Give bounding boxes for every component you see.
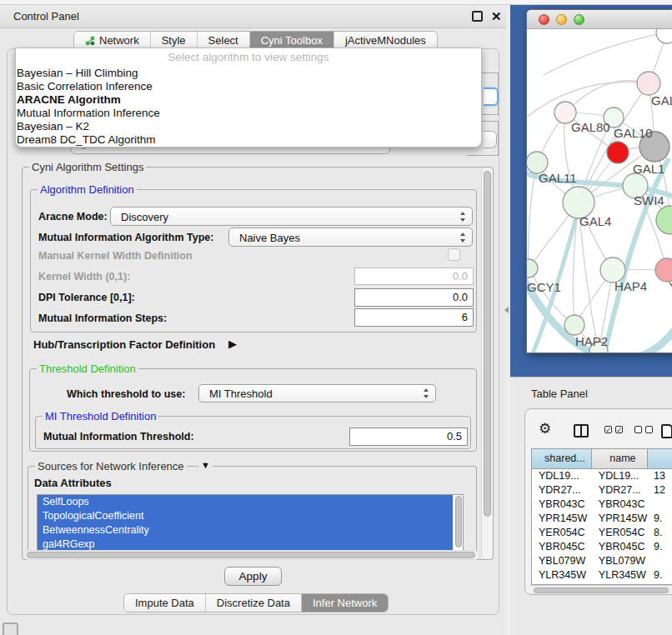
splitter-handle-icon[interactable]: [504, 307, 509, 313]
cell: YDL19...: [532, 469, 592, 483]
cell: YPR145W: [532, 512, 592, 526]
close-traffic-light-icon[interactable]: [539, 14, 549, 25]
node-label: GAL10: [614, 126, 653, 140]
node-gal1-red[interactable]: [607, 142, 629, 163]
control-panel-titlebar: Control Panel ✕: [0, 5, 506, 28]
zoom-traffic-light-icon[interactable]: [574, 14, 584, 25]
unchecked-checkbox-icon[interactable]: [634, 426, 642, 433]
file-icon[interactable]: [661, 424, 672, 438]
network-window[interactable]: GAL GAL80 GAL10 GAL1 GAL11 SWI4 GAL4 GCY…: [526, 9, 672, 353]
tab-impute-data[interactable]: Impute Data: [124, 594, 206, 612]
which-threshold-value: MI Threshold: [209, 388, 273, 400]
dropdown-item[interactable]: Bayesian – Hill Climbing: [16, 67, 481, 80]
tab-label: Network: [99, 34, 139, 47]
dropdown-item[interactable]: Bayesian – K2: [16, 120, 481, 133]
tab-cyni-toolbox[interactable]: Cyni Toolbox: [250, 32, 334, 49]
mi-steps-label: Mutual Information Steps:: [38, 312, 167, 324]
spinner-arrows-icon: [424, 388, 429, 398]
table-hscrollbar[interactable]: [531, 585, 672, 594]
attribute-list-scrollbar-thumb[interactable]: [455, 496, 462, 548]
network-canvas[interactable]: GAL GAL80 GAL10 GAL1 GAL11 SWI4 GAL4 GCY…: [527, 29, 672, 353]
table-row[interactable]: YBR043CYBR043C: [532, 498, 672, 512]
node-hap2[interactable]: [564, 315, 584, 335]
expanded-triangle-icon[interactable]: ▼: [198, 460, 213, 470]
algorithm-combo-focus-fragment[interactable]: [484, 88, 499, 106]
table-row[interactable]: YER054CYER054C8.: [532, 526, 672, 540]
tab-label: Impute Data: [135, 597, 194, 609]
aracne-mode-combobox[interactable]: Discovery: [110, 207, 473, 226]
tab-infer-network[interactable]: Infer Network: [302, 594, 388, 612]
table-row[interactable]: YDR27...YDR27...12: [532, 483, 672, 498]
node-salmon-right[interactable]: [655, 258, 672, 282]
algorithm-dropdown-list: Select algorithm to view settings Bayesi…: [15, 48, 482, 148]
spinner-arrows-icon: [460, 212, 466, 222]
table-row[interactable]: YBR045CYBR045C9.: [532, 540, 672, 554]
checked-checkbox-icon[interactable]: ✓: [604, 426, 612, 433]
minimize-traffic-light-icon[interactable]: [556, 14, 567, 25]
apply-button[interactable]: Apply: [224, 567, 282, 586]
node-unlabeled-top[interactable]: [656, 29, 672, 43]
close-icon[interactable]: ✕: [491, 11, 502, 22]
aracne-mode-label: Aracne Mode:: [38, 211, 108, 222]
dropdown-item[interactable]: Mutual Information Inference: [16, 107, 481, 120]
table-row[interactable]: YBL079WYBL079W: [532, 554, 672, 568]
column-header-shared[interactable]: shared...: [532, 449, 592, 468]
column-header-name[interactable]: name: [592, 449, 648, 468]
node-label: Y: [669, 279, 672, 293]
split-view-icon[interactable]: [574, 424, 589, 438]
bottom-tabbar: Impute Data Discretize Data Infer Networ…: [123, 593, 389, 612]
dropdown-item[interactable]: Dream8 DC_TDC Algorithm: [16, 133, 481, 147]
tab-style[interactable]: Style: [151, 32, 198, 49]
dropdown-placeholder: Select algorithm to view settings: [16, 51, 481, 67]
table-row[interactable]: YDL19...YDL19...13: [532, 469, 672, 483]
settings-group-title: Cyni Algorithm Settings: [29, 161, 146, 173]
gear-icon[interactable]: ⚙: [539, 422, 551, 436]
node-label: GAL: [651, 93, 672, 108]
cell: YLR345W: [532, 568, 592, 582]
list-item-selected[interactable]: BetweennessCentrality: [38, 523, 453, 538]
table-row[interactable]: YLR345WYLR345W9.: [532, 568, 672, 582]
unchecked-checkbox-icon[interactable]: [645, 426, 653, 433]
dpi-tolerance-label: DPI Tolerance [0,1]:: [38, 292, 135, 303]
settings-hscrollbar-thumb[interactable]: [27, 552, 475, 558]
table-hscrollbar-thumb[interactable]: [534, 588, 669, 593]
threshold-definition-title: Threshold Definition: [37, 362, 138, 375]
cell: 9.: [648, 512, 672, 526]
settings-scrollbar-thumb[interactable]: [484, 171, 491, 517]
mi-steps-field[interactable]: 6: [354, 308, 474, 327]
tab-discretize-data[interactable]: Discretize Data: [206, 594, 302, 612]
tab-select[interactable]: Select: [198, 32, 250, 49]
node-gal-cut[interactable]: [637, 72, 660, 95]
checked-checkbox-icon[interactable]: ✓: [615, 426, 623, 433]
settings-scrollbar[interactable]: [481, 168, 493, 559]
list-item-selected[interactable]: SelfLoops: [38, 495, 453, 509]
which-threshold-combobox[interactable]: MI Threshold: [198, 384, 436, 402]
mi-threshold-field[interactable]: 0.5: [349, 428, 468, 446]
table-data-combo-fragment[interactable]: [484, 131, 497, 148]
hub-definition-label[interactable]: Hub/Transcription Factor Definition: [33, 338, 215, 351]
network-window-titlebar[interactable]: [527, 10, 672, 29]
cell: 12: [648, 483, 672, 498]
kernel-width-field[interactable]: 0.0: [354, 268, 474, 285]
list-item-selected[interactable]: TopologicalCoefficient: [38, 509, 453, 523]
tab-jactivemnodules[interactable]: jActiveMNodules: [334, 32, 437, 49]
dropdown-item-aracne[interactable]: ARACNE Algorithm: [16, 93, 481, 107]
restore-panel-icon[interactable]: [3, 622, 18, 635]
tab-network[interactable]: Network: [74, 32, 151, 49]
node-green-right[interactable]: [656, 206, 672, 234]
mi-algorithm-type-combobox[interactable]: Naive Bayes: [228, 228, 473, 247]
collapsed-triangle-icon[interactable]: ▶: [228, 338, 237, 350]
table-row[interactable]: YPR145WYPR145W9.: [532, 512, 672, 526]
list-item-selected[interactable]: gal4RGexp: [38, 538, 453, 551]
column-header-cut[interactable]: [648, 449, 672, 468]
restore-window-icon[interactable]: [472, 11, 483, 22]
node-gcy1[interactable]: [527, 259, 538, 278]
cell: YBR045C: [592, 540, 648, 554]
tab-label: Style: [162, 34, 186, 47]
dropdown-item[interactable]: Basic Correlation Inference: [16, 80, 481, 93]
manual-kernel-checkbox[interactable]: [448, 248, 460, 261]
dpi-tolerance-field[interactable]: 0.0: [354, 288, 474, 307]
node-label: GAL1: [633, 162, 664, 176]
tab-label: Select: [208, 34, 238, 47]
settings-hscrollbar[interactable]: [23, 550, 480, 560]
